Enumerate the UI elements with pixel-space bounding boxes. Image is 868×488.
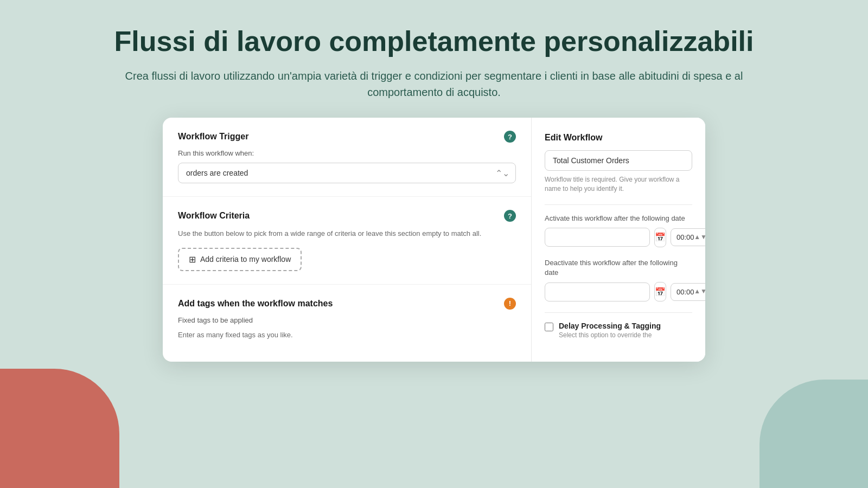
trigger-label: Run this workflow when: <box>178 149 516 157</box>
calendar-icon: 📅 <box>655 232 666 242</box>
corner-decoration-teal <box>760 380 868 488</box>
activate-label: Activate this workflow after the followi… <box>545 214 692 223</box>
header-section: Flussi di lavoro completamente personali… <box>0 0 868 118</box>
workflow-name-hint: Workflow title is required. Give your wo… <box>545 175 692 194</box>
activate-date-input[interactable] <box>545 228 650 247</box>
left-panel: Workflow Trigger ? Run this workflow whe… <box>163 118 532 362</box>
trigger-help-icon[interactable]: ? <box>504 131 516 143</box>
trigger-title: Workflow Trigger <box>178 132 248 142</box>
divider-1 <box>545 204 692 205</box>
deactivate-date-input[interactable] <box>545 282 650 301</box>
divider-2 <box>545 312 692 313</box>
tags-warning-icon[interactable]: ! <box>504 298 516 310</box>
deactivate-time-wrapper: 00:00 01:00 06:00 12:00 ▲▼ <box>671 283 705 301</box>
criteria-section: Workflow Criteria ? Use the button below… <box>163 197 531 285</box>
page-title: Flussi di lavoro completamente personali… <box>43 26 825 57</box>
deactivate-date-row: 📅 00:00 01:00 06:00 12:00 ▲▼ <box>545 282 692 301</box>
edit-workflow-title: Edit Workflow <box>545 133 692 143</box>
activate-calendar-button[interactable]: 📅 <box>654 228 666 247</box>
tags-title: Add tags when the workflow matches <box>178 299 333 309</box>
criteria-help-icon[interactable]: ? <box>504 210 516 222</box>
activate-time-wrapper: 00:00 01:00 06:00 12:00 ▲▼ <box>671 228 705 246</box>
trigger-section: Workflow Trigger ? Run this workflow whe… <box>163 118 531 197</box>
add-criteria-label: Add criteria to my workflow <box>200 255 291 264</box>
tags-section: Add tags when the workflow matches ! Fix… <box>163 285 531 362</box>
workflow-name-input[interactable] <box>545 150 692 171</box>
trigger-select-wrapper: orders are created orders are updated cu… <box>178 163 516 183</box>
delay-row: Delay Processing & Tagging Select this o… <box>545 322 692 339</box>
corner-decoration-red <box>0 369 119 488</box>
main-card: Workflow Trigger ? Run this workflow whe… <box>163 118 705 362</box>
deactivate-time-select[interactable]: 00:00 01:00 06:00 12:00 <box>671 283 705 301</box>
fixed-tags-placeholder: Enter as many fixed tags as you like. <box>178 330 516 341</box>
deactivate-calendar-button[interactable]: 📅 <box>654 282 666 301</box>
criteria-description: Use the button below to pick from a wide… <box>178 228 516 239</box>
trigger-select[interactable]: orders are created orders are updated cu… <box>178 163 516 183</box>
page-subtitle: Crea flussi di lavoro utilizzando un'amp… <box>108 68 760 100</box>
activate-time-select[interactable]: 00:00 01:00 06:00 12:00 <box>671 228 705 246</box>
fixed-tags-label: Fixed tags to be applied <box>178 316 516 324</box>
add-criteria-icon: ⊞ <box>189 254 196 265</box>
calendar-icon-2: 📅 <box>655 287 666 297</box>
criteria-title: Workflow Criteria <box>178 211 250 221</box>
deactivate-label: Deactivate this workflow after the follo… <box>545 258 692 278</box>
right-panel: Edit Workflow Workflow title is required… <box>532 118 705 362</box>
delay-label-block: Delay Processing & Tagging Select this o… <box>559 322 661 339</box>
activate-date-row: 📅 00:00 01:00 06:00 12:00 ▲▼ <box>545 228 692 247</box>
delay-sublabel: Select this option to override the <box>559 331 661 339</box>
delay-checkbox[interactable] <box>545 323 553 331</box>
delay-label: Delay Processing & Tagging <box>559 322 661 330</box>
add-criteria-button[interactable]: ⊞ Add criteria to my workflow <box>178 248 302 271</box>
